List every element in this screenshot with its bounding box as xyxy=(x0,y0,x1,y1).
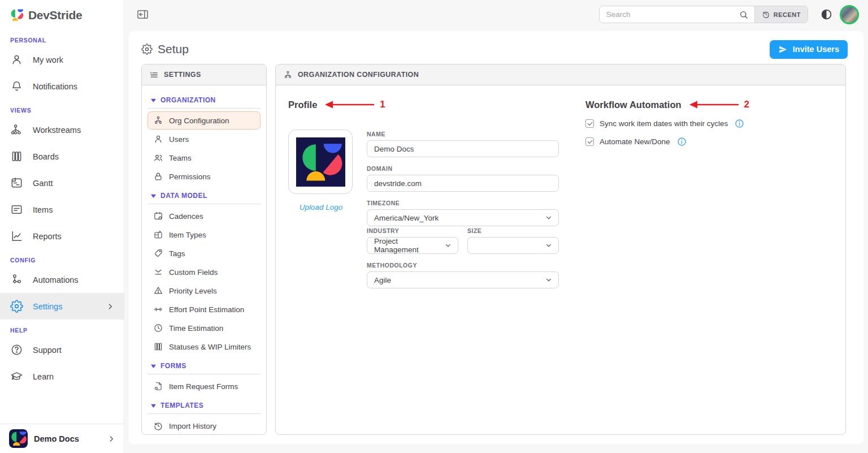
settings-item-item-types[interactable]: Item Types xyxy=(147,226,261,244)
sidebar-item-reports[interactable]: Reports xyxy=(0,223,124,249)
annotation-number-1: 1 xyxy=(380,99,385,110)
brand-logo[interactable]: DevStride xyxy=(0,0,124,29)
settings-item-effort-point-estimation[interactable]: Effort Point Estimation xyxy=(147,300,261,318)
name-label: NAME xyxy=(367,131,559,137)
sync-dates-label: Sync work item dates with their cycles xyxy=(600,119,728,128)
industry-select[interactable]: Project Management xyxy=(367,237,458,254)
section-label-help: HELP xyxy=(0,320,124,336)
industry-label: INDUSTRY xyxy=(367,227,458,234)
sidebar-item-items[interactable]: Items xyxy=(0,196,124,223)
caret-down-icon xyxy=(151,193,156,199)
upload-logo-link[interactable]: Upload Logo xyxy=(288,203,354,212)
warning-triangle-icon xyxy=(153,286,163,296)
org-name: Demo Docs xyxy=(34,434,79,443)
org-logo-image xyxy=(296,137,345,187)
annotation-arrow-1 xyxy=(325,100,375,109)
sidebar-item-my-work[interactable]: My work xyxy=(0,46,124,73)
history-icon xyxy=(762,10,770,19)
org-chart-icon xyxy=(153,115,163,126)
timezone-select[interactable]: America/New_York xyxy=(367,209,559,226)
setup-header: Setup Invite Users xyxy=(129,31,863,64)
info-icon[interactable] xyxy=(677,137,687,146)
sync-dates-checkbox[interactable] xyxy=(585,119,594,128)
sync-dates-option: Sync work item dates with their cycles xyxy=(585,119,834,128)
info-icon[interactable] xyxy=(735,119,744,128)
wip-bars-icon xyxy=(153,342,163,352)
question-circle-icon xyxy=(10,343,23,356)
org-logo-icon xyxy=(9,429,28,448)
sidebar-item-label: Reports xyxy=(33,232,62,241)
collapse-sidebar-button[interactable] xyxy=(136,8,149,21)
sidebar-item-workstreams[interactable]: Workstreams xyxy=(0,117,124,143)
group-templates[interactable]: TEMPLATES xyxy=(146,396,262,413)
sidebar-item-boards[interactable]: Boards xyxy=(0,143,124,170)
domain-label: DOMAIN xyxy=(367,165,559,172)
workflow-automation-heading: Workflow Automation xyxy=(585,100,682,110)
settings-item-import-history[interactable]: Import History xyxy=(147,417,261,435)
settings-item-permissions[interactable]: Permissions xyxy=(147,167,261,185)
sidebar-item-label: Automations xyxy=(33,275,79,284)
group-organization[interactable]: ORGANIZATION xyxy=(146,90,262,108)
sidebar: DevStride PERSONAL My work Notifications… xyxy=(0,0,124,453)
sidebar-item-support[interactable]: Support xyxy=(0,336,124,363)
settings-item-tags[interactable]: Tags xyxy=(147,244,261,262)
org-switcher[interactable]: Demo Docs xyxy=(0,424,124,453)
automate-new-done-checkbox[interactable] xyxy=(585,137,594,146)
user-avatar[interactable] xyxy=(840,5,859,24)
settings-nav-panel: SETTINGS ORGANIZATION Org Configuration … xyxy=(141,64,267,435)
search-input[interactable] xyxy=(606,10,739,19)
page-title: Setup xyxy=(141,42,189,56)
sidebar-item-label: My work xyxy=(33,55,63,64)
settings-item-cadences[interactable]: Cadences xyxy=(147,207,261,225)
search-box xyxy=(600,6,754,23)
sidebar-item-label: Boards xyxy=(33,152,59,161)
size-select[interactable] xyxy=(467,237,559,254)
search-group: RECENT xyxy=(599,6,808,23)
gear-icon xyxy=(141,44,153,55)
settings-item-teams[interactable]: Teams xyxy=(147,149,261,167)
group-forms[interactable]: FORMS xyxy=(146,356,262,374)
item-types-icon xyxy=(153,230,163,240)
settings-item-time-estimation[interactable]: Time Estimation xyxy=(147,319,261,337)
settings-item-org-configuration[interactable]: Org Configuration xyxy=(147,111,261,130)
size-label: SIZE xyxy=(467,227,559,234)
settings-item-item-request-forms[interactable]: Item Request Forms xyxy=(147,377,261,395)
section-label-config: CONFIG xyxy=(0,249,124,266)
name-field[interactable] xyxy=(367,140,559,157)
settings-item-priority-levels[interactable]: Priority Levels xyxy=(147,282,261,300)
user-icon xyxy=(10,53,23,66)
sidebar-item-notifications[interactable]: Notifications xyxy=(0,73,124,100)
sidebar-item-gantt[interactable]: Gantt xyxy=(0,170,124,196)
settings-item-statuses-wip-limiters[interactable]: Statuses & WIP Limiters xyxy=(147,338,261,356)
recent-label: RECENT xyxy=(774,11,801,18)
methodology-label: METHODOLOGY xyxy=(367,262,559,269)
theme-toggle[interactable] xyxy=(821,8,832,20)
tag-icon xyxy=(153,248,163,258)
sidebar-item-label: Gantt xyxy=(33,179,53,188)
recent-button[interactable]: RECENT xyxy=(754,6,808,23)
domain-field[interactable] xyxy=(367,175,559,192)
lock-icon xyxy=(153,171,163,182)
chevron-down-icon xyxy=(545,214,553,222)
sidebar-item-learn[interactable]: Learn xyxy=(0,363,124,390)
settings-item-users[interactable]: Users xyxy=(147,130,261,148)
methodology-select[interactable]: Agile xyxy=(367,271,559,288)
caret-down-icon xyxy=(151,98,156,103)
boards-icon xyxy=(10,150,23,163)
history-icon xyxy=(153,421,163,431)
automate-new-done-label: Automate New/Done xyxy=(600,137,670,146)
settings-item-custom-fields[interactable]: Custom Fields xyxy=(147,263,261,281)
section-label-personal: PERSONAL xyxy=(0,29,124,46)
clock-icon xyxy=(153,323,163,333)
send-icon xyxy=(778,45,788,54)
topbar: RECENT xyxy=(124,0,868,29)
form-document-icon xyxy=(153,381,163,391)
sidebar-item-settings[interactable]: Settings xyxy=(0,293,124,320)
invite-users-button[interactable]: Invite Users xyxy=(770,40,848,59)
reports-icon xyxy=(10,230,23,243)
org-logo-preview xyxy=(288,130,353,194)
sidebar-item-automations[interactable]: Automations xyxy=(0,266,124,293)
chevron-right-icon xyxy=(106,302,115,311)
gantt-icon xyxy=(10,176,23,189)
group-data-model[interactable]: DATA MODEL xyxy=(146,186,262,204)
